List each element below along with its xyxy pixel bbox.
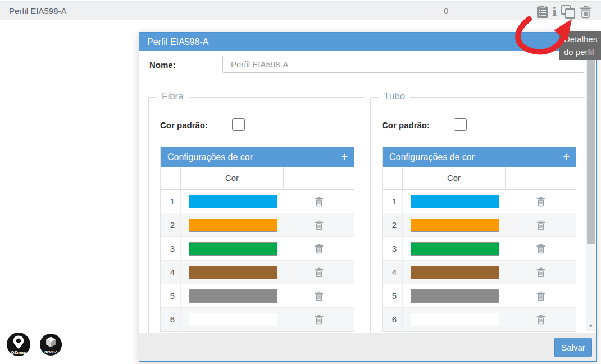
panel-heading: Configurações de cor + — [161, 147, 354, 167]
table-header-row: Cor — [383, 167, 576, 190]
row-number: 5 — [161, 284, 181, 308]
delete-row-icon[interactable] — [532, 195, 550, 208]
default-color-label: Cor padrão: — [382, 120, 430, 130]
table-row: 3 — [383, 237, 576, 261]
scrollbar-thumb[interactable] — [587, 57, 595, 244]
delete-row-icon[interactable] — [532, 313, 550, 326]
fieldset-legend: Tubo — [379, 91, 410, 102]
fieldset-legend: Fibra — [157, 91, 189, 102]
delete-row-icon[interactable] — [310, 219, 328, 232]
table-row: 3 — [161, 237, 354, 261]
name-input[interactable] — [222, 56, 584, 73]
panel-title: Configurações de cor — [167, 152, 253, 162]
modal-body: Nome: Fibra Cor padrão: Configurações de… — [139, 51, 596, 333]
color-swatch[interactable] — [189, 242, 277, 256]
row-number: 1 — [383, 190, 403, 213]
table-row: 4 — [383, 261, 576, 284]
add-color-button[interactable]: + — [563, 147, 570, 166]
delete-row-icon[interactable] — [532, 219, 550, 232]
row-actions: i — [536, 4, 591, 19]
color-config-panel: Configurações de cor + Cor 1 — [160, 147, 354, 332]
profile-count: 0 — [444, 6, 448, 16]
table-header-row: Cor — [161, 167, 354, 190]
table-row: 2 — [161, 213, 354, 237]
color-swatch[interactable] — [411, 289, 499, 303]
tooltip-detalhes-do-perfil: Detalhes do perfil — [559, 31, 601, 60]
panel-title: Configurações de cor — [389, 152, 475, 162]
color-swatch[interactable] — [411, 219, 499, 232]
row-number: 4 — [383, 261, 403, 284]
profile-list-row[interactable]: Perfil EIA598-A 0 i — [0, 1, 601, 20]
table-row: 4 — [161, 261, 354, 284]
svg-text:devOZ: devOZ — [44, 349, 58, 354]
fieldset-fibra: Fibra Cor padrão: Configurações de cor +… — [148, 97, 365, 333]
color-swatch[interactable] — [411, 195, 499, 208]
color-column-header: Cor — [181, 167, 284, 189]
delete-row-icon[interactable] — [310, 195, 328, 208]
modal-footer: Salvar — [139, 333, 596, 361]
default-color-label: Cor padrão: — [160, 120, 208, 130]
table-row: 6 — [383, 308, 576, 331]
color-swatch[interactable] — [411, 266, 499, 279]
color-swatch[interactable] — [189, 266, 277, 279]
table-body: 1 2 3 — [161, 190, 354, 331]
table-row: 1 — [383, 190, 576, 213]
row-number: 6 — [161, 308, 181, 331]
delete-row-icon[interactable] — [310, 289, 328, 303]
duplicate-icon[interactable] — [561, 4, 576, 19]
panel-heading: Configurações de cor + — [383, 147, 576, 167]
table-row: 1 — [161, 190, 354, 213]
modal-title: Perfil EIA598-A — [139, 33, 596, 51]
info-icon[interactable]: i — [552, 6, 557, 18]
color-swatch[interactable] — [411, 313, 499, 326]
trash-icon[interactable] — [580, 6, 591, 19]
color-swatch[interactable] — [189, 313, 277, 326]
tasks-icon[interactable] — [536, 5, 548, 19]
delete-row-icon[interactable] — [532, 242, 550, 256]
number-column-header — [383, 167, 403, 189]
scrollbar-down-arrow[interactable]: ▼ — [586, 324, 595, 329]
table-row: 2 — [383, 213, 576, 237]
save-button[interactable]: Salvar — [554, 338, 592, 357]
devoz-logo: devOZ — [39, 333, 62, 356]
delete-row-icon[interactable] — [310, 313, 328, 326]
delete-row-icon[interactable] — [532, 289, 550, 303]
table-body: 1 2 3 — [383, 190, 576, 331]
row-number: 2 — [161, 213, 181, 237]
default-color-checkbox[interactable] — [454, 118, 467, 131]
ozmap-logo: OZmap — [6, 332, 31, 357]
profile-details-modal: Perfil EIA598-A Nome: Fibra Cor padrão: … — [139, 32, 597, 362]
delete-row-icon[interactable] — [310, 266, 328, 279]
name-label: Nome: — [149, 60, 176, 70]
logo-area: OZmap devOZ — [6, 332, 62, 357]
row-number: 4 — [161, 261, 181, 284]
number-column-header — [161, 167, 181, 189]
default-color-checkbox[interactable] — [232, 118, 245, 131]
profile-name: Perfil EIA598-A — [9, 6, 67, 16]
tooltip-line: Detalhes — [564, 33, 599, 46]
table-row: 5 — [161, 284, 354, 308]
delete-row-icon[interactable] — [532, 266, 550, 279]
fieldset-tubo: Tubo Cor padrão: Configurações de cor + … — [370, 97, 585, 333]
row-number: 1 — [161, 190, 181, 213]
color-swatch[interactable] — [411, 242, 499, 256]
row-number: 2 — [383, 213, 403, 237]
row-number: 6 — [383, 308, 403, 331]
table-row: 6 — [161, 308, 354, 331]
color-column-header: Cor — [403, 167, 506, 189]
color-swatch[interactable] — [189, 219, 277, 232]
color-config-panel: Configurações de cor + Cor 1 — [382, 147, 576, 332]
screen: Perfil EIA598-A 0 i — [0, 0, 601, 364]
modal-scrollbar[interactable]: ▼ — [586, 54, 595, 331]
row-number: 3 — [383, 237, 403, 261]
svg-text:OZmap: OZmap — [11, 350, 26, 355]
add-color-button[interactable]: + — [341, 147, 348, 166]
color-swatch[interactable] — [189, 195, 277, 208]
table-row: 5 — [383, 284, 576, 308]
row-number: 3 — [161, 237, 181, 261]
delete-row-icon[interactable] — [310, 242, 328, 256]
row-number: 5 — [383, 284, 403, 308]
color-swatch[interactable] — [189, 289, 277, 303]
tooltip-line: do perfil — [564, 46, 599, 58]
